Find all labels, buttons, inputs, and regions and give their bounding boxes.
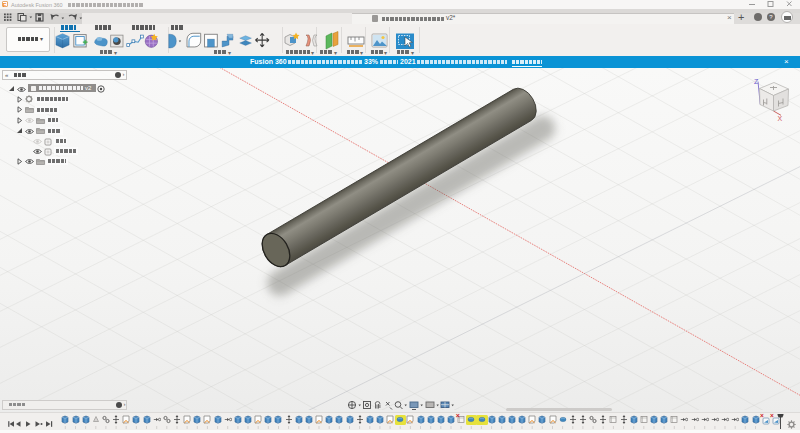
- svg-text:X: X: [778, 115, 783, 122]
- svg-text:Z: Z: [754, 78, 759, 85]
